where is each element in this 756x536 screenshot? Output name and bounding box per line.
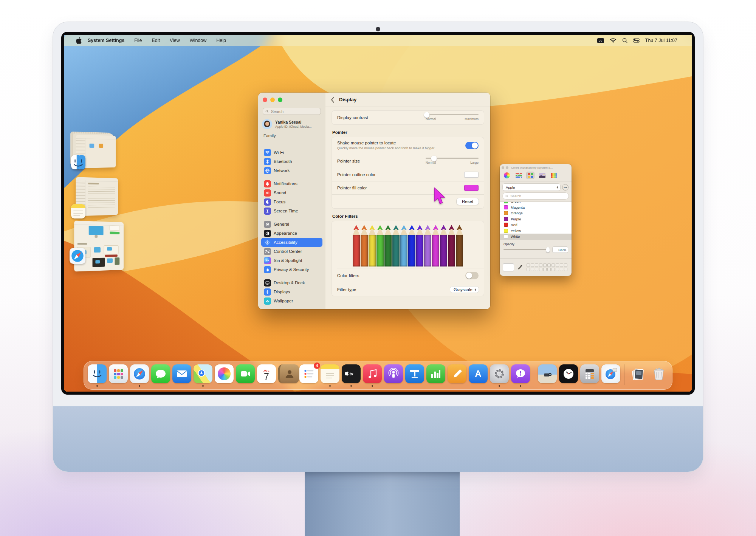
palette-select[interactable]: Apple ▲▼ — [503, 184, 560, 191]
dock-clock[interactable] — [559, 364, 578, 386]
dock-window-thumb[interactable] — [538, 364, 557, 386]
menu-file[interactable]: File — [129, 38, 147, 43]
swatch-grid[interactable] — [527, 263, 567, 271]
empty-swatch-cell[interactable] — [547, 263, 551, 267]
sidebar-item-focus[interactable]: Focus — [261, 197, 322, 206]
display-contrast-slider[interactable]: NormalMaximum — [426, 114, 479, 121]
sidebar-item-sound[interactable]: Sound — [261, 188, 322, 197]
empty-swatch-cell[interactable] — [527, 263, 530, 267]
dock-reminders[interactable]: 4 — [299, 364, 318, 386]
apple-menu[interactable] — [76, 37, 82, 44]
dock-pages[interactable] — [448, 364, 466, 386]
color-filters-toggle[interactable] — [465, 272, 479, 279]
dock-calendar[interactable]: JUL7 — [257, 364, 276, 386]
dock-stack[interactable] — [628, 364, 647, 386]
shake-toggle[interactable] — [465, 142, 479, 149]
empty-swatch-cell[interactable] — [535, 263, 538, 267]
empty-swatch-cell[interactable] — [531, 268, 534, 271]
dock-photos[interactable] — [215, 364, 234, 386]
sidebar-item-network[interactable]: Network — [261, 166, 322, 175]
dock-keynote[interactable] — [405, 364, 424, 386]
input-source-indicator[interactable]: A — [597, 38, 604, 43]
color-palettes-icon[interactable] — [526, 172, 534, 179]
dock-appstore[interactable]: A — [469, 364, 488, 386]
empty-swatch-cell[interactable] — [543, 263, 547, 267]
sidebar-item-screen-time[interactable]: Screen Time — [261, 206, 322, 215]
dock-safari-window[interactable] — [601, 364, 620, 386]
color-row-orange[interactable]: Orange — [500, 210, 572, 216]
empty-swatch-cell[interactable] — [543, 268, 547, 271]
search-input[interactable] — [510, 194, 566, 198]
empty-swatch-cell[interactable] — [547, 268, 551, 271]
colors-search-field[interactable] — [503, 193, 569, 199]
sidebar-item-wallpaper[interactable]: Wallpaper — [261, 296, 322, 305]
empty-swatch-cell[interactable] — [564, 268, 567, 271]
dock-trash[interactable] — [649, 364, 668, 386]
menu-window[interactable]: Window — [185, 38, 211, 43]
pointer-outline-swatch[interactable] — [464, 172, 479, 178]
close-button[interactable] — [502, 166, 504, 169]
color-row-purple[interactable]: Purple — [500, 216, 572, 222]
pointer-size-slider[interactable]: NormalLarge — [426, 158, 479, 164]
empty-swatch-cell[interactable] — [564, 263, 567, 267]
control-center-icon[interactable] — [633, 38, 640, 43]
sidebar-item-family[interactable]: Family — [263, 133, 276, 138]
reset-button[interactable]: Reset — [457, 198, 479, 205]
empty-swatch-cell[interactable] — [556, 263, 559, 267]
menu-clock[interactable]: Thu 7 Jul 11:07 — [645, 38, 677, 43]
menu-view[interactable]: View — [165, 38, 185, 43]
empty-swatch-cell[interactable] — [535, 268, 538, 271]
dock-feedback[interactable] — [511, 364, 530, 386]
empty-swatch-cell[interactable] — [539, 268, 542, 271]
dock-numbers[interactable] — [426, 364, 445, 386]
color-wheel-icon[interactable] — [503, 172, 511, 179]
palette-options-button[interactable]: ••• — [562, 184, 569, 191]
sidebar-item-wifi[interactable]: Wi-Fi — [261, 148, 322, 157]
image-palettes-icon[interactable] — [538, 172, 546, 179]
window-preview-safari[interactable] — [74, 221, 124, 272]
empty-swatch-cell[interactable] — [556, 268, 559, 271]
sidebar-item-desktop-dock[interactable]: Desktop & Dock — [261, 278, 322, 287]
sidebar-item-notifications[interactable]: Notifications — [261, 179, 322, 188]
dock-podcasts[interactable] — [384, 364, 403, 386]
dock-settings[interactable] — [490, 364, 509, 386]
dock-calculator[interactable] — [580, 364, 599, 386]
close-button[interactable] — [263, 98, 267, 102]
dock-contacts[interactable] — [278, 364, 297, 386]
sidebar-item-privacy[interactable]: Privacy & Security — [261, 265, 322, 274]
search-input[interactable] — [270, 109, 318, 114]
empty-swatch-cell[interactable] — [560, 263, 563, 267]
color-row-yellow[interactable]: Yellow — [500, 228, 572, 234]
dock-launchpad[interactable] — [109, 364, 128, 386]
dock-facetime[interactable] — [236, 364, 255, 386]
dock-maps[interactable] — [194, 364, 212, 386]
opacity-slider[interactable] — [503, 249, 550, 250]
minimize-button[interactable] — [270, 98, 275, 102]
dock-finder[interactable] — [88, 364, 107, 386]
empty-swatch-cell[interactable] — [560, 268, 563, 271]
filter-type-select[interactable]: Grayscale ▲▼ — [450, 287, 479, 293]
settings-search-field[interactable] — [263, 108, 321, 115]
sidebar-item-accessibility[interactable]: Accessibility — [261, 238, 322, 247]
sidebar-item-general[interactable]: General — [261, 220, 322, 229]
dock-safari[interactable] — [130, 364, 149, 386]
menu-edit[interactable]: Edit — [147, 38, 165, 43]
spotlight-icon[interactable] — [622, 38, 627, 43]
dock-tv[interactable]: tv — [342, 364, 361, 386]
color-row-magenta[interactable]: Magenta — [500, 204, 572, 211]
pointer-fill-swatch[interactable] — [464, 185, 479, 191]
menu-app-name[interactable]: System Settings — [88, 38, 129, 43]
empty-swatch-cell[interactable] — [552, 263, 555, 267]
color-row-green[interactable]: Green — [500, 201, 572, 204]
sidebar-item-appearance[interactable]: Appearance — [261, 229, 322, 238]
empty-swatch-cell[interactable] — [539, 263, 542, 267]
dock-mail[interactable] — [172, 364, 191, 386]
empty-swatch-cell[interactable] — [531, 263, 534, 267]
empty-swatch-cell[interactable] — [527, 268, 530, 271]
sidebar-item-control-center[interactable]: Control Center — [261, 247, 322, 256]
back-button[interactable] — [331, 97, 335, 103]
zoom-button[interactable] — [278, 98, 282, 102]
color-row-white[interactable]: White — [500, 234, 572, 240]
sidebar-item-siri[interactable]: Siri & Spotlight — [261, 256, 322, 265]
menu-help[interactable]: Help — [211, 38, 231, 43]
